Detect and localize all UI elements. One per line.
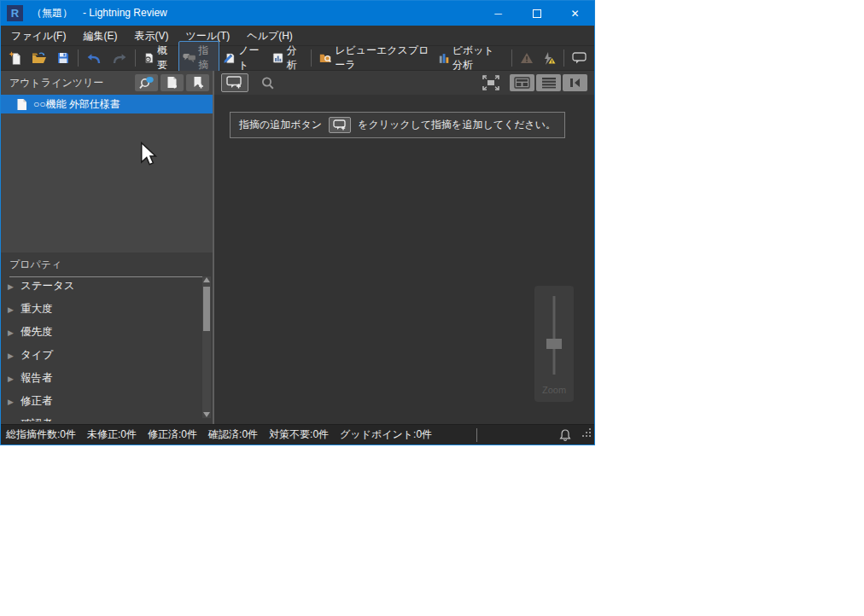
review-explorer-folder-icon	[319, 51, 332, 65]
desktop-canvas: R （無題） - Lightning Review ─ ✕ ファイル(F) 編集…	[0, 0, 864, 616]
new-file-icon	[9, 51, 23, 65]
menu-edit[interactable]: 編集(E)	[74, 26, 126, 46]
toolbar-separator	[135, 49, 136, 67]
zoom-slider-thumb[interactable]	[546, 339, 562, 349]
save-button[interactable]	[52, 49, 74, 67]
property-type[interactable]: ▶ タイプ	[1, 344, 201, 367]
menu-file[interactable]: ファイル(F)	[3, 26, 74, 46]
scroll-up-icon[interactable]	[203, 277, 210, 282]
fit-to-screen-button[interactable]	[479, 73, 503, 92]
properties-scrollbar[interactable]	[202, 276, 211, 418]
close-icon: ✕	[570, 8, 579, 20]
add-issue-bubble-icon	[226, 76, 243, 90]
add-bookmark-icon	[192, 76, 204, 90]
status-total-issues: 総指摘件数:0件	[6, 427, 76, 442]
property-status[interactable]: ▶ ステータス	[1, 275, 201, 298]
maximize-icon	[533, 9, 541, 18]
undo-button[interactable]	[82, 49, 107, 67]
property-priority[interactable]: ▶ 優先度	[1, 321, 201, 344]
resize-grip-icon	[581, 427, 592, 439]
search-issues-button[interactable]	[260, 76, 275, 90]
scroll-down-icon[interactable]	[203, 412, 210, 417]
issue-bubbles-icon	[183, 52, 196, 64]
document-toolbar	[214, 71, 594, 95]
expander-icon: ▶	[8, 305, 14, 314]
toolbar-separator	[563, 49, 564, 67]
minimize-button[interactable]: ─	[479, 1, 517, 26]
search-document-button[interactable]	[135, 74, 158, 91]
scrollbar-thumb[interactable]	[203, 287, 210, 331]
status-unfixed: 未修正:0件	[87, 427, 137, 442]
review-explorer-button[interactable]: レビューエクスプローラ	[315, 41, 435, 75]
issue-button[interactable]: 指摘	[178, 41, 219, 75]
app-window: R （無題） - Lightning Review ─ ✕ ファイル(F) 編集…	[0, 0, 595, 445]
expander-icon: ▶	[8, 328, 14, 337]
overview-button[interactable]: 概要	[139, 41, 178, 75]
property-severity[interactable]: ▶ 重大度	[1, 298, 201, 321]
card-view-icon	[514, 77, 530, 89]
outline-tree: ○○機能 外部仕様書	[1, 95, 213, 253]
property-reporter[interactable]: ▶ 報告者	[1, 367, 201, 390]
add-bookmark-button[interactable]	[186, 74, 209, 91]
minimize-icon: ─	[494, 8, 502, 20]
expander-icon: ▶	[8, 398, 14, 406]
close-button[interactable]: ✕	[556, 1, 594, 26]
review-explorer-label: レビューエクスプローラ	[335, 44, 430, 73]
warning-list-button[interactable]	[516, 49, 538, 67]
toolbar: 概要 指摘 ノート 分析 レビューエクスプローラ ピボット分析	[1, 46, 594, 71]
analysis-button[interactable]: 分析	[268, 41, 307, 75]
tree-item-document[interactable]: ○○機能 外部仕様書	[1, 95, 213, 113]
list-view-icon	[541, 77, 557, 89]
add-document-icon	[166, 76, 178, 90]
status-fixed: 修正済:0件	[148, 427, 197, 442]
note-label: ノート	[238, 44, 264, 73]
note-pencil-icon	[224, 51, 236, 65]
issue-label: 指摘	[198, 44, 215, 73]
analysis-label: 分析	[287, 44, 304, 73]
sidebar: アウトラインツリー ○○機能 外部仕様書	[1, 71, 213, 424]
card-view-button[interactable]	[510, 74, 534, 91]
window-body: アウトラインツリー ○○機能 外部仕様書	[1, 71, 594, 424]
toolbar-separator	[511, 49, 512, 67]
resize-grip[interactable]	[581, 427, 592, 442]
redo-icon	[111, 52, 127, 65]
toolbar-separator	[78, 49, 79, 67]
status-separator	[476, 428, 477, 442]
search-icon	[260, 76, 275, 90]
list-view-button[interactable]	[536, 74, 561, 91]
tree-item-label: ○○機能 外部仕様書	[33, 97, 120, 112]
titlebar[interactable]: R （無題） - Lightning Review ─ ✕	[1, 1, 594, 26]
comment-button[interactable]	[568, 49, 591, 67]
analysis-chart-icon	[272, 51, 283, 65]
hint-add-issue-icon-button	[329, 117, 351, 133]
hint-prefix: 指摘の追加ボタン	[239, 118, 322, 132]
warning-triangle-icon	[520, 52, 534, 64]
maximize-button[interactable]	[517, 1, 556, 26]
error-check-button[interactable]	[538, 49, 560, 67]
overview-label: 概要	[157, 44, 174, 73]
view-mode-group	[510, 74, 587, 91]
property-fixer[interactable]: ▶ 修正者	[1, 390, 201, 413]
redo-button[interactable]	[107, 49, 131, 67]
fit-to-screen-icon	[482, 75, 499, 90]
status-verified: 確認済:0件	[208, 427, 258, 442]
hint-suffix: をクリックして指摘を追加してください。	[358, 118, 556, 132]
toolbar-separator	[311, 49, 312, 67]
add-document-button[interactable]	[161, 74, 184, 91]
properties-list: ▶ ステータス ▶ 重大度 ▶ 優先度 ▶ タイ	[1, 275, 201, 421]
add-issue-button[interactable]	[221, 73, 248, 92]
window-controls: ─ ✕	[479, 1, 594, 26]
notification-bell-button[interactable]	[558, 428, 572, 445]
side-panel-toggle-button[interactable]	[563, 74, 587, 91]
window-title: （無題） - Lightning Review	[32, 6, 167, 20]
new-file-button[interactable]	[4, 49, 27, 67]
expander-icon: ▶	[8, 352, 14, 360]
status-good-points: グッドポイント:0件	[340, 427, 432, 442]
pivot-analysis-button[interactable]: ピボット分析	[435, 41, 508, 75]
note-button[interactable]: ノート	[219, 41, 268, 75]
property-verifier[interactable]: ▶ 確認者	[1, 413, 201, 421]
zoom-slider-track[interactable]	[553, 296, 556, 375]
side-panel-icon	[569, 77, 581, 89]
open-file-button[interactable]	[27, 49, 52, 67]
overview-page-gear-icon	[143, 51, 155, 65]
